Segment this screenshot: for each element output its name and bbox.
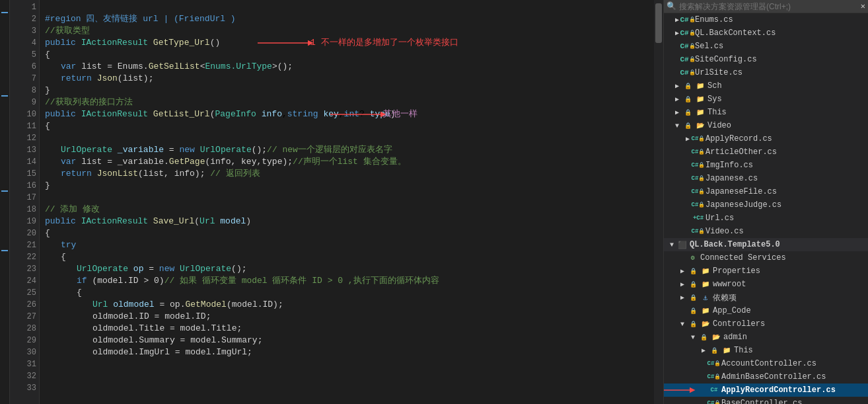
tree-item-label: AdminBaseController.cs	[721, 372, 868, 382]
tree-item-adminbasecontroller-cs[interactable]: ▶ C#🔒 AdminBaseController.cs	[664, 370, 868, 384]
tree-item-label: This	[734, 346, 868, 355]
tree-item-appcode-folder[interactable]: ▶ 🔒 📁 App_Code	[664, 304, 868, 317]
cs-file-icon: C#🔒	[709, 372, 719, 382]
cs-file-icon: C#🔒	[709, 398, 719, 404]
tree-item-japanesefile-cs[interactable]: ▶ C#🔒 JapaneseFile.cs	[664, 185, 868, 198]
code-line	[40, 1, 654, 13]
tree-item-accountcontroller-cs[interactable]: ▶ C#🔒 AccountController.cs	[664, 357, 868, 370]
tree-item-label: Connected Services	[700, 253, 868, 263]
folder-icon: 📁	[700, 305, 711, 316]
tree-item-admin-folder[interactable]: ▼ 🔒 📂 admin	[664, 331, 868, 344]
tree-item-properties-folder[interactable]: ▶ 🔒 📁 Properties	[664, 264, 868, 278]
tree-item-label: QL.Back.Template5.0	[690, 240, 868, 249]
solution-explorer-search-input[interactable]	[679, 2, 861, 11]
chevron-right-icon: ▶	[677, 280, 688, 288]
folder-open-icon: 📂	[711, 332, 721, 343]
tree-item-label: Properties	[713, 266, 868, 276]
code-line: public IActionResult Save_Url(Url model)	[40, 216, 654, 227]
tree-item-label: ApplyRecord.cs	[705, 134, 868, 143]
tree-item-url-cs[interactable]: ▶ +C# Url.cs	[664, 212, 868, 225]
code-line: {	[40, 251, 654, 263]
code-line: #region 四、友情链接 url | (FriendUrl )	[40, 13, 654, 25]
tree-item-label: ApplyRecordController.cs	[721, 385, 868, 395]
tree-item-articleother-cs[interactable]: ▶ C#🔒 ArticleOther.cs	[664, 145, 868, 159]
folder-icon: 📁	[721, 345, 732, 356]
tree-item-wwwroot-folder[interactable]: ▶ 🔒 📁 wwwroot	[664, 278, 868, 291]
chevron-down-icon: ▼	[672, 122, 682, 130]
tree-item-label: admin	[723, 333, 868, 342]
tree-item-label: JapaneseFile.cs	[705, 187, 868, 196]
tree-item-label: ArticleOther.cs	[705, 147, 868, 157]
code-line	[40, 132, 654, 144]
solution-explorer-search-bar[interactable]: 🔍 ✕	[664, 0, 868, 13]
code-line: {	[40, 120, 654, 132]
folder-icon: 📁	[695, 107, 705, 118]
tree-item-basecontroller-cs[interactable]: ▶ C#🔒 BaseController.cs	[664, 397, 868, 404]
code-line: UrlOperate _variable = new UrlOperate();…	[40, 144, 654, 156]
tree-item-label: Sel.cs	[695, 42, 868, 51]
tree-item-admin-this-folder[interactable]: ▶ 🔒 📁 This	[664, 344, 868, 357]
tree-item-video-cs[interactable]: ▶ C#🔒 Video.cs	[664, 225, 868, 238]
lock-icon: 🔒	[688, 292, 698, 303]
cs-file-icon: C#🔒	[682, 54, 693, 65]
lock-icon: 🔒	[698, 332, 709, 343]
tree-item-applyrecordcontroller-cs[interactable]: ▶ C# ApplyRecordController.cs	[664, 384, 868, 397]
tree-item-enums-cs[interactable]: ▶ C#🔒 Enums.cs	[664, 13, 868, 26]
tree-item-label: Sys	[707, 95, 868, 104]
lock-icon: 🔒	[688, 319, 698, 329]
connected-services-icon: ⚙	[688, 253, 698, 263]
cs-file-icon: C#🔒	[693, 147, 704, 157]
code-line	[40, 192, 654, 204]
tree-item-label: Controllers	[713, 319, 868, 329]
cs-file-icon: C#🔒	[682, 41, 693, 52]
code-line: // 添加 修改	[40, 204, 654, 216]
code-line: {	[40, 227, 654, 239]
tree-item-japanesejudge-cs[interactable]: ▶ C#🔒 JapaneseJudge.cs	[664, 198, 868, 212]
vertical-scrollbar[interactable]	[654, 0, 663, 404]
chevron-right-icon: ▶	[672, 95, 682, 103]
search-icon: 🔍	[667, 1, 676, 11]
tree-item-controllers-folder[interactable]: ▼ 🔒 📂 Controllers	[664, 317, 868, 331]
tree-item-applyrecord-cs[interactable]: ▶ C#🔒 ApplyRecord.cs	[664, 132, 868, 145]
code-line: try	[40, 239, 654, 251]
tree-item-siteconfig-cs[interactable]: ▶ C#🔒 SiteConfig.cs	[664, 53, 868, 66]
search-close-icon[interactable]: ✕	[861, 1, 865, 11]
tree-item-sys-folder[interactable]: ▶ 🔒 📁 Sys	[664, 93, 868, 106]
tree-item-backcontext-cs[interactable]: ▶ C#🔒 QL.BackContext.cs	[664, 26, 868, 40]
lock-icon: 🔒	[682, 120, 693, 131]
cs-file-icon: +C#	[693, 213, 704, 223]
tree-item-connected-services[interactable]: ▶ ⚙ Connected Services	[664, 251, 868, 264]
tree-item-this-folder[interactable]: ▶ 🔒 📁 This	[664, 106, 868, 119]
tree-item-imginfo-cs[interactable]: ▶ C#🔒 ImgInfo.cs	[664, 159, 868, 172]
chevron-down-icon: ▼	[667, 241, 677, 249]
lock-icon: 🔒	[682, 81, 693, 91]
cs-file-icon: C#🔒	[709, 358, 719, 369]
code-line: oldmodel.ImgUrl = model.ImgUrl;	[40, 346, 654, 358]
tree-item-video-folder[interactable]: ▼ 🔒 📂 Video	[664, 119, 868, 132]
cs-file-icon: C#🔒	[682, 28, 693, 38]
tree-item-dependencies[interactable]: ▶ 🔒 ⚓ 依赖项	[664, 291, 868, 304]
code-line: }	[40, 85, 654, 97]
tree-item-label: App_Code	[713, 306, 868, 315]
cs-file-icon: C#🔒	[693, 173, 704, 184]
tree-item-project-template5[interactable]: ▼ ⬛ QL.Back.Template5.0	[664, 238, 868, 251]
code-line: return JsonList(list, info); // 返回列表	[40, 168, 654, 180]
tree-item-label: Video.cs	[705, 227, 868, 236]
line-numbers: 12345 678910 1112131415 1617181920 21222…	[10, 0, 40, 404]
chevron-right-icon: ▶	[672, 108, 682, 116]
folder-open-icon: 📂	[700, 319, 711, 329]
code-line: return Json(list);	[40, 73, 654, 85]
code-line: oldmodel.Summary = model.Summary;	[40, 335, 654, 346]
tree-item-sch-folder[interactable]: ▶ 🔒 📁 Sch	[664, 79, 868, 93]
tree-item-label: JapaneseJudge.cs	[705, 200, 868, 210]
tree-item-sel-cs[interactable]: ▶ C#🔒 Sel.cs	[664, 40, 868, 53]
chevron-down-icon: ▼	[677, 321, 688, 328]
code-line: public IActionResult GetType_Url() 1 不一样…	[40, 37, 654, 49]
tree-item-urlsite-cs[interactable]: ▶ C#🔒 UrlSite.cs	[664, 66, 868, 79]
tree-item-label: Video	[707, 121, 868, 130]
annotation-text-2: 其他一样	[383, 108, 417, 120]
tree-item-japanese-cs[interactable]: ▶ C#🔒 Japanese.cs	[664, 172, 868, 185]
cs-file-icon: C#🔒	[693, 186, 704, 197]
code-editor[interactable]: #region 四、友情链接 url | (FriendUrl ) //获取类型…	[40, 0, 654, 404]
folder-icon: 📁	[695, 81, 705, 91]
